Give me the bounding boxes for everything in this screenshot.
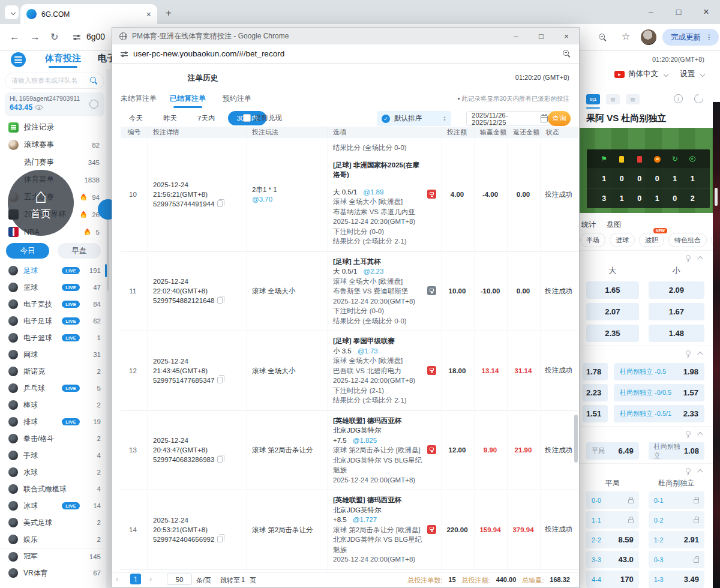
refresh-balance-icon[interactable] <box>89 100 98 109</box>
pin-icon[interactable] <box>685 255 691 262</box>
sidebar-item-美式足球[interactable]: 美式足球2 <box>0 514 107 531</box>
score-odds-box[interactable]: 2-28.59 <box>586 531 639 548</box>
home-odds-box[interactable]: 1.78 <box>583 363 608 380</box>
sidebar-item-足球[interactable]: 足球LIVE191 <box>0 262 107 279</box>
copy-icon[interactable] <box>217 297 223 304</box>
sidebar-item-电子足球[interactable]: 电子足球LIVE62 <box>0 313 107 329</box>
away-odds-box[interactable]: 杜尚别独立 1.08 <box>649 442 704 460</box>
match-live-icon[interactable] <box>427 190 436 199</box>
score-odds-box[interactable]: 3-343.0 <box>586 551 639 568</box>
tab-lineup-view[interactable]: ▥ <box>606 94 620 104</box>
pin-icon[interactable] <box>685 431 691 437</box>
score-odds-box[interactable]: 0-1 <box>649 491 704 509</box>
match-live-icon[interactable] <box>427 525 436 534</box>
score-odds-box[interactable]: 1-1 <box>586 511 639 529</box>
popup-minimize-button[interactable]: – <box>503 28 529 44</box>
search-icon[interactable] <box>90 77 98 85</box>
copy-icon[interactable] <box>217 377 223 383</box>
sidebar-item-电子篮球[interactable]: 电子篮球LIVE1 <box>0 329 107 346</box>
under-odds-box[interactable]: 2.09 <box>649 281 704 299</box>
page-size-input[interactable]: 50 <box>167 574 192 585</box>
tab-odds-chart[interactable]: 盘图 <box>607 220 621 230</box>
copy-icon[interactable] <box>217 456 223 463</box>
sidebar-item-手球[interactable]: 手球4 <box>0 447 107 464</box>
home-odds-box[interactable]: 2.23 <box>583 384 608 401</box>
market-pill-特色组合[interactable]: 特色组合 <box>668 233 707 247</box>
collapse-icon[interactable] <box>697 469 703 475</box>
copy-icon[interactable] <box>217 200 223 207</box>
away-odds-box[interactable]: 杜尚别独立 -0/0.51.57 <box>614 384 704 401</box>
tab-score-view[interactable]: 0|1 <box>586 94 600 104</box>
score-odds-box[interactable]: 1-22.91 <box>649 531 704 548</box>
current-page-button[interactable]: 1 <box>130 574 141 584</box>
new-tab-button[interactable]: + <box>166 7 172 19</box>
under-odds-box[interactable]: 1.48 <box>649 325 704 342</box>
copy-icon[interactable] <box>217 536 223 542</box>
reload-icon[interactable]: ↻ <box>50 31 58 43</box>
address-bar-url[interactable]: 6g00 <box>86 32 105 41</box>
tab-statistics[interactable]: 统计 <box>581 220 596 230</box>
tab-search-button[interactable] <box>5 5 19 19</box>
over-odds-box[interactable]: 1.65 <box>586 281 639 299</box>
checkbox-icon[interactable] <box>243 114 251 122</box>
pill-early-market[interactable]: 早盘 <box>58 243 101 259</box>
sidebar-item-水球[interactable]: 水球2 <box>0 464 107 481</box>
tab-other-view[interactable]: ▧ <box>626 94 640 104</box>
score-odds-box[interactable]: 0-2 <box>649 511 704 529</box>
tab-settled[interactable]: 已结算注单 <box>170 94 206 104</box>
sidebar-item-排球[interactable]: 排球LIVE19 <box>0 413 107 430</box>
sidebar-item-娱乐[interactable]: 娱乐2 <box>0 531 107 548</box>
filter-7days[interactable]: 7天内 <box>190 111 222 125</box>
score-odds-box[interactable]: 0-0 <box>586 491 639 509</box>
collapse-icon[interactable] <box>697 431 703 437</box>
eye-icon[interactable] <box>35 105 43 110</box>
site-settings-icon[interactable] <box>121 50 128 58</box>
home-odds-box[interactable]: 1.51 <box>583 405 608 422</box>
bookmark-star-icon[interactable]: ☆ <box>622 31 630 42</box>
score-odds-box[interactable]: 1-33.49 <box>649 571 704 588</box>
away-odds-box[interactable]: 杜尚别独立 -0.5/12.33 <box>614 405 704 422</box>
page-scrollbar[interactable] <box>715 188 718 206</box>
chrome-update-button[interactable]: 完成更新 ⋮ <box>662 29 719 46</box>
over-odds-box[interactable]: 2.07 <box>586 303 639 320</box>
filter-today[interactable]: 今天 <box>122 111 150 125</box>
next-page-icon[interactable]: › <box>149 574 152 583</box>
score-odds-box[interactable]: 4-4170 <box>586 571 639 588</box>
match-live-icon[interactable] <box>427 366 436 375</box>
sort-select[interactable]: 默认排序 ▲▼ <box>377 111 451 126</box>
market-pill-进球[interactable]: 进球 <box>610 233 635 247</box>
nav-tab-sports[interactable]: 体育投注 <box>45 53 81 64</box>
hamburger-menu-icon[interactable] <box>11 52 26 67</box>
popup-maximize-button[interactable]: □ <box>529 28 554 44</box>
sidebar-menu-item[interactable]: 热门赛事345 <box>0 154 107 171</box>
window-close-button[interactable]: × <box>692 0 720 24</box>
home-fab-button[interactable]: ⌂ 首页 <box>8 170 74 236</box>
sidebar-item-联合式橄榄球[interactable]: 联合式橄榄球4 <box>0 481 107 497</box>
market-pill-波胆[interactable]: 波胆NEW <box>639 233 664 247</box>
sidebar-item-网球[interactable]: 网球31 <box>0 346 107 363</box>
tab-close-icon[interactable]: × <box>146 10 151 19</box>
back-icon[interactable]: ← <box>10 31 20 43</box>
collapse-icon[interactable] <box>697 351 703 357</box>
sidebar-item-篮球[interactable]: 篮球LIVE47 <box>0 279 107 296</box>
cashout-checkbox-group[interactable]: 提前兑现 <box>243 113 282 122</box>
sidebar-item-乒乓球[interactable]: 乒乓球LIVE5 <box>0 380 107 397</box>
away-odds-box[interactable]: 杜尚别独立 -0.51.98 <box>614 363 704 380</box>
sidebar-item-拳击/格斗[interactable]: 拳击/格斗2 <box>0 430 107 447</box>
sidebar-item-VR体育[interactable]: VR体育67 <box>0 565 107 581</box>
filter-yesterday[interactable]: 昨天 <box>156 111 184 125</box>
sidebar-item-棒球[interactable]: 棒球2 <box>0 397 107 413</box>
under-odds-box[interactable]: 1.67 <box>649 303 704 320</box>
site-settings-icon[interactable] <box>73 34 80 41</box>
match-stats-icon[interactable] <box>427 286 436 295</box>
sidebar-item-电子竞技[interactable]: 电子竞技LIVE84 <box>0 296 107 313</box>
popup-close-button[interactable]: × <box>554 28 579 44</box>
sidebar-item-冠军[interactable]: 冠军145 <box>0 548 107 565</box>
pin-icon[interactable] <box>685 350 691 357</box>
search-query-button[interactable]: 查询 <box>548 111 571 126</box>
tab-unsettled[interactable]: 未结算注单 <box>121 94 157 104</box>
score-odds-box[interactable]: 0-3 <box>649 551 704 568</box>
over-odds-box[interactable]: 2.35 <box>586 325 639 342</box>
tab-reserved[interactable]: 预约注单 <box>223 94 251 104</box>
sidebar-menu-item[interactable]: 投注记录 <box>0 119 107 136</box>
